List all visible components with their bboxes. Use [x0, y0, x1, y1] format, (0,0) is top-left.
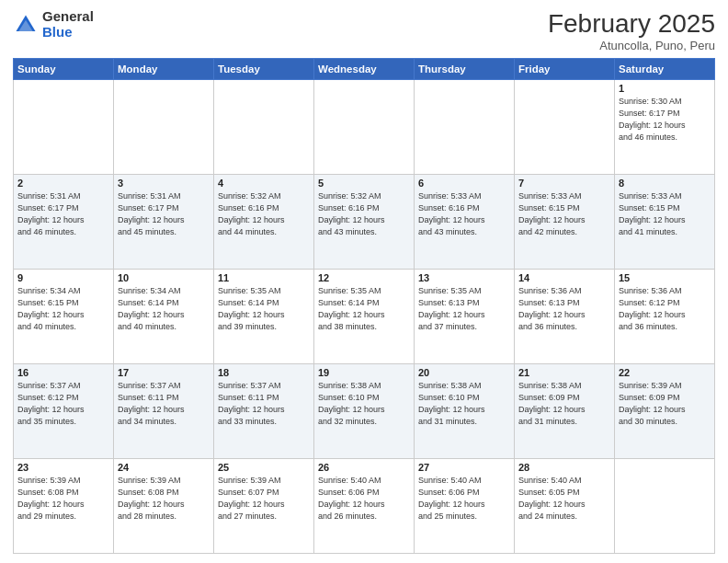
day-number: 11 [218, 272, 310, 283]
day-number: 12 [318, 272, 410, 283]
day-number: 24 [118, 462, 210, 473]
day-info: Sunrise: 5:30 AMSunset: 6:17 PMDaylight:… [619, 96, 711, 144]
calendar-cell: 5Sunrise: 5:32 AMSunset: 6:16 PMDaylight… [314, 175, 415, 270]
weekday-header-saturday: Saturday [615, 59, 715, 80]
calendar-cell [415, 80, 515, 175]
day-number: 25 [218, 462, 310, 473]
day-info: Sunrise: 5:40 AMSunset: 6:05 PMDaylight:… [518, 475, 610, 523]
calendar-cell [114, 80, 214, 175]
calendar-cell: 26Sunrise: 5:40 AMSunset: 6:06 PMDayligh… [314, 459, 415, 554]
weekday-header-friday: Friday [515, 59, 615, 80]
logo-icon [13, 12, 39, 38]
weekday-header-thursday: Thursday [415, 59, 515, 80]
page: General Blue February 2025 Atuncolla, Pu… [0, 0, 728, 563]
weekday-header-tuesday: Tuesday [214, 59, 314, 80]
calendar-cell: 15Sunrise: 5:36 AMSunset: 6:12 PMDayligh… [615, 270, 715, 364]
calendar-cell: 20Sunrise: 5:38 AMSunset: 6:10 PMDayligh… [415, 364, 515, 459]
day-info: Sunrise: 5:36 AMSunset: 6:12 PMDaylight:… [619, 285, 711, 333]
day-info: Sunrise: 5:40 AMSunset: 6:06 PMDaylight:… [418, 475, 510, 523]
logo-blue-text: Blue [42, 25, 94, 40]
weekday-header-sunday: Sunday [14, 59, 114, 80]
day-info: Sunrise: 5:39 AMSunset: 6:07 PMDaylight:… [218, 475, 310, 523]
calendar-cell: 24Sunrise: 5:39 AMSunset: 6:08 PMDayligh… [114, 459, 214, 554]
day-info: Sunrise: 5:39 AMSunset: 6:09 PMDaylight:… [619, 380, 711, 428]
calendar-cell: 19Sunrise: 5:38 AMSunset: 6:10 PMDayligh… [314, 364, 415, 459]
day-info: Sunrise: 5:36 AMSunset: 6:13 PMDaylight:… [518, 285, 610, 333]
calendar-cell [615, 459, 715, 554]
day-info: Sunrise: 5:39 AMSunset: 6:08 PMDaylight:… [17, 475, 109, 523]
location: Atuncolla, Puno, Peru [548, 39, 715, 52]
calendar-cell [214, 80, 314, 175]
day-info: Sunrise: 5:35 AMSunset: 6:14 PMDaylight:… [318, 285, 410, 333]
day-number: 15 [619, 272, 711, 283]
weekday-header-row: SundayMondayTuesdayWednesdayThursdayFrid… [14, 59, 715, 80]
calendar-cell [515, 80, 615, 175]
day-number: 22 [619, 367, 711, 378]
day-info: Sunrise: 5:38 AMSunset: 6:09 PMDaylight:… [518, 380, 610, 428]
logo: General Blue [13, 9, 94, 40]
week-row-2: 2Sunrise: 5:31 AMSunset: 6:17 PMDaylight… [14, 175, 715, 270]
calendar-cell: 22Sunrise: 5:39 AMSunset: 6:09 PMDayligh… [615, 364, 715, 459]
calendar-cell: 12Sunrise: 5:35 AMSunset: 6:14 PMDayligh… [314, 270, 415, 364]
weekday-header-monday: Monday [114, 59, 214, 80]
day-number: 16 [17, 367, 109, 378]
day-info: Sunrise: 5:33 AMSunset: 6:16 PMDaylight:… [418, 190, 510, 238]
calendar-cell: 25Sunrise: 5:39 AMSunset: 6:07 PMDayligh… [214, 459, 314, 554]
day-number: 8 [619, 178, 711, 189]
day-number: 26 [318, 462, 410, 473]
day-info: Sunrise: 5:37 AMSunset: 6:11 PMDaylight:… [218, 380, 310, 428]
day-info: Sunrise: 5:31 AMSunset: 6:17 PMDaylight:… [118, 190, 210, 238]
week-row-3: 9Sunrise: 5:34 AMSunset: 6:15 PMDaylight… [14, 270, 715, 364]
header: General Blue February 2025 Atuncolla, Pu… [13, 9, 715, 52]
day-info: Sunrise: 5:37 AMSunset: 6:12 PMDaylight:… [17, 380, 109, 428]
calendar-cell: 21Sunrise: 5:38 AMSunset: 6:09 PMDayligh… [515, 364, 615, 459]
day-info: Sunrise: 5:31 AMSunset: 6:17 PMDaylight:… [17, 190, 109, 238]
calendar-cell: 28Sunrise: 5:40 AMSunset: 6:05 PMDayligh… [515, 459, 615, 554]
day-info: Sunrise: 5:38 AMSunset: 6:10 PMDaylight:… [418, 380, 510, 428]
day-number: 28 [518, 462, 610, 473]
day-info: Sunrise: 5:32 AMSunset: 6:16 PMDaylight:… [218, 190, 310, 238]
calendar-cell: 10Sunrise: 5:34 AMSunset: 6:14 PMDayligh… [114, 270, 214, 364]
calendar-cell: 18Sunrise: 5:37 AMSunset: 6:11 PMDayligh… [214, 364, 314, 459]
day-number: 9 [17, 272, 109, 283]
day-number: 5 [318, 178, 410, 189]
day-number: 13 [418, 272, 510, 283]
calendar-cell: 13Sunrise: 5:35 AMSunset: 6:13 PMDayligh… [415, 270, 515, 364]
day-number: 23 [17, 462, 109, 473]
calendar-cell [14, 80, 114, 175]
calendar-cell: 11Sunrise: 5:35 AMSunset: 6:14 PMDayligh… [214, 270, 314, 364]
day-number: 21 [518, 367, 610, 378]
calendar-cell: 27Sunrise: 5:40 AMSunset: 6:06 PMDayligh… [415, 459, 515, 554]
day-number: 4 [218, 178, 310, 189]
calendar-cell: 23Sunrise: 5:39 AMSunset: 6:08 PMDayligh… [14, 459, 114, 554]
calendar-cell: 4Sunrise: 5:32 AMSunset: 6:16 PMDaylight… [214, 175, 314, 270]
calendar-cell: 7Sunrise: 5:33 AMSunset: 6:15 PMDaylight… [515, 175, 615, 270]
day-number: 2 [17, 178, 109, 189]
week-row-4: 16Sunrise: 5:37 AMSunset: 6:12 PMDayligh… [14, 364, 715, 459]
weekday-header-wednesday: Wednesday [314, 59, 415, 80]
week-row-1: 1Sunrise: 5:30 AMSunset: 6:17 PMDaylight… [14, 80, 715, 175]
calendar-cell: 14Sunrise: 5:36 AMSunset: 6:13 PMDayligh… [515, 270, 615, 364]
month-year: February 2025 [548, 9, 715, 39]
day-number: 7 [518, 178, 610, 189]
day-number: 27 [418, 462, 510, 473]
day-info: Sunrise: 5:33 AMSunset: 6:15 PMDaylight:… [518, 190, 610, 238]
calendar-cell: 6Sunrise: 5:33 AMSunset: 6:16 PMDaylight… [415, 175, 515, 270]
day-info: Sunrise: 5:40 AMSunset: 6:06 PMDaylight:… [318, 475, 410, 523]
title-block: February 2025 Atuncolla, Puno, Peru [548, 9, 715, 52]
day-number: 6 [418, 178, 510, 189]
calendar-cell: 3Sunrise: 5:31 AMSunset: 6:17 PMDaylight… [114, 175, 214, 270]
calendar-cell: 2Sunrise: 5:31 AMSunset: 6:17 PMDaylight… [14, 175, 114, 270]
day-number: 3 [118, 178, 210, 189]
calendar-cell: 1Sunrise: 5:30 AMSunset: 6:17 PMDaylight… [615, 80, 715, 175]
day-info: Sunrise: 5:32 AMSunset: 6:16 PMDaylight:… [318, 190, 410, 238]
day-info: Sunrise: 5:34 AMSunset: 6:15 PMDaylight:… [17, 285, 109, 333]
calendar-cell: 9Sunrise: 5:34 AMSunset: 6:15 PMDaylight… [14, 270, 114, 364]
calendar-table: SundayMondayTuesdayWednesdayThursdayFrid… [13, 58, 715, 554]
calendar-cell: 16Sunrise: 5:37 AMSunset: 6:12 PMDayligh… [14, 364, 114, 459]
day-number: 17 [118, 367, 210, 378]
logo-general-text: General [42, 9, 94, 25]
day-number: 20 [418, 367, 510, 378]
week-row-5: 23Sunrise: 5:39 AMSunset: 6:08 PMDayligh… [14, 459, 715, 554]
day-info: Sunrise: 5:33 AMSunset: 6:15 PMDaylight:… [619, 190, 711, 238]
